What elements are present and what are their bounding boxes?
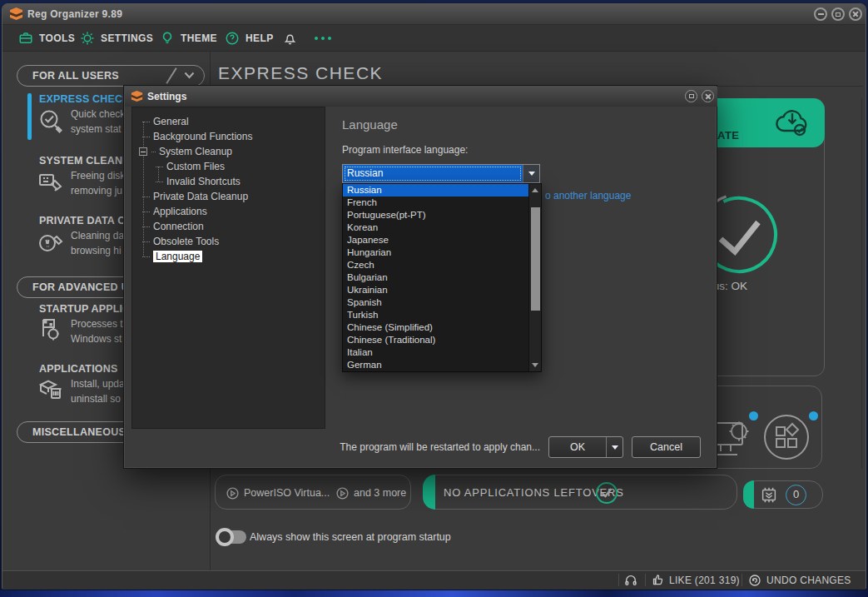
ok-dropdown-button[interactable] bbox=[606, 437, 622, 457]
cleanup-brush-icon bbox=[37, 168, 66, 197]
tree-item-applications[interactable]: Applications bbox=[132, 204, 325, 219]
active-item-indicator bbox=[27, 93, 32, 140]
startup-toggle-label: Always show this screen at program start… bbox=[250, 530, 451, 545]
window-titlebar[interactable] bbox=[2, 4, 866, 25]
tree-item-custom-files[interactable]: Custom Files bbox=[132, 159, 325, 174]
scrollbar-thumb[interactable] bbox=[531, 207, 540, 311]
notifications-button[interactable] bbox=[283, 25, 297, 52]
chevron-down-icon bbox=[612, 445, 618, 450]
language-option[interactable]: Spanish bbox=[343, 296, 541, 309]
tree-item-obsolete-tools[interactable]: Obsolete Tools bbox=[132, 234, 325, 249]
undo-changes-button[interactable]: UNDO CHANGES bbox=[748, 570, 851, 590]
modules-grid-icon[interactable] bbox=[762, 413, 811, 461]
chip-icon bbox=[758, 485, 780, 505]
private-data-icon bbox=[37, 228, 66, 256]
bell-icon bbox=[283, 32, 297, 46]
scroll-down-icon[interactable] bbox=[532, 363, 538, 367]
menu-settings[interactable]: SETTINGS bbox=[80, 25, 153, 52]
thumbs-up-icon bbox=[652, 574, 664, 586]
dialog-titlebar[interactable]: Settings bbox=[125, 87, 717, 107]
language-option[interactable]: Portuguese(pt-PT) bbox=[343, 209, 541, 221]
gear-play-icon bbox=[226, 486, 240, 500]
more-menu-button[interactable] bbox=[315, 25, 331, 52]
tree-item-general[interactable]: General bbox=[132, 114, 325, 129]
like-button[interactable]: LIKE (201 319) bbox=[652, 570, 740, 590]
language-combobox[interactable]: Russian bbox=[342, 164, 540, 183]
close-icon bbox=[705, 93, 712, 100]
app-logo-icon bbox=[131, 90, 143, 102]
panel-edge bbox=[861, 98, 862, 469]
language-dropdown-list: Russian French Portuguese(pt-PT) Korean … bbox=[342, 183, 542, 372]
headphones-icon bbox=[624, 574, 637, 587]
bulb-icon bbox=[160, 31, 175, 46]
tree-item-invalid-shortcuts[interactable]: Invalid Shortcuts bbox=[132, 174, 325, 189]
chevron-down-icon bbox=[528, 172, 535, 176]
collapse-icon[interactable] bbox=[139, 147, 147, 156]
gear-icon bbox=[80, 31, 95, 46]
leftover-chip-pill[interactable]: 0 bbox=[743, 480, 823, 509]
cloud-download-icon bbox=[772, 103, 816, 145]
language-option[interactable]: Chinese (Traditional) bbox=[343, 334, 541, 346]
menu-theme[interactable]: THEME bbox=[160, 25, 217, 52]
language-option[interactable]: Ukrainian bbox=[343, 284, 541, 296]
menu-tools[interactable]: TOOLS bbox=[18, 25, 75, 52]
cancel-button[interactable]: Cancel bbox=[632, 436, 701, 458]
language-option[interactable]: Bulgarian bbox=[343, 271, 541, 284]
no-leftovers-panel: NO APPLICATIONS LEFTOVERS bbox=[423, 475, 737, 510]
dropdown-scrollbar[interactable] bbox=[528, 184, 541, 371]
minimize-icon bbox=[818, 13, 824, 15]
maximize-icon bbox=[836, 12, 841, 17]
tree-item-system-cleanup[interactable]: System Cleanup bbox=[132, 144, 325, 159]
language-option[interactable]: Korean bbox=[343, 221, 541, 234]
check-circle-icon bbox=[595, 481, 618, 505]
close-button[interactable] bbox=[849, 7, 862, 21]
tree-item-background-functions[interactable]: Background Functions bbox=[132, 129, 325, 144]
notification-dot bbox=[749, 411, 758, 420]
combobox-dropdown-button[interactable] bbox=[523, 165, 539, 182]
pane-heading: Language bbox=[342, 117, 398, 132]
app-logo-icon bbox=[9, 7, 23, 21]
language-option[interactable]: German bbox=[343, 359, 541, 371]
ellipsis-icon bbox=[315, 25, 331, 52]
briefcase-icon bbox=[18, 31, 33, 46]
language-option[interactable]: Italian bbox=[343, 346, 541, 359]
maximize-icon bbox=[689, 94, 694, 98]
dialog-maximize-button[interactable] bbox=[685, 90, 697, 102]
startup-toggle[interactable] bbox=[218, 530, 246, 544]
restart-note: The program will be restarted to apply c… bbox=[249, 436, 540, 458]
green-accent bbox=[743, 480, 754, 509]
translate-link[interactable]: o another language bbox=[545, 190, 631, 201]
uninstalled-apps-panel[interactable]: PowerISO Virtua... and 3 more bbox=[215, 475, 411, 510]
tree-item-private-data-cleanup[interactable]: Private Data Cleanup bbox=[132, 189, 325, 204]
language-option[interactable]: Turkish bbox=[343, 309, 541, 321]
notification-dot bbox=[809, 411, 818, 420]
desktop: Reg Organizer 9.89 TOOLS SETTINGS THEME … bbox=[0, 0, 868, 597]
language-option[interactable]: French bbox=[343, 197, 541, 209]
language-option[interactable]: Hungarian bbox=[343, 246, 541, 259]
settings-dialog: Settings General Background Functions Sy… bbox=[123, 85, 717, 469]
scroll-up-icon[interactable] bbox=[532, 188, 538, 192]
gear-play-icon bbox=[335, 486, 350, 500]
startup-flag-icon bbox=[37, 316, 66, 346]
green-accent bbox=[423, 475, 435, 510]
minimize-button[interactable] bbox=[814, 7, 827, 21]
page-title: EXPRESS CHECK bbox=[218, 63, 383, 83]
undo-icon bbox=[748, 574, 761, 587]
language-option[interactable]: Russian bbox=[343, 184, 541, 197]
chevron-down-icon[interactable] bbox=[184, 72, 195, 79]
maximize-button[interactable] bbox=[831, 7, 845, 21]
tree-item-language[interactable]: Language bbox=[132, 249, 325, 264]
combo-label: Program interface language: bbox=[342, 144, 468, 156]
close-icon bbox=[852, 11, 859, 17]
dialog-close-button[interactable] bbox=[702, 90, 714, 102]
desktop-strip bbox=[0, 590, 868, 597]
tree-item-connection[interactable]: Connection bbox=[132, 219, 325, 234]
ok-button[interactable]: OK bbox=[548, 436, 623, 458]
language-option[interactable]: Chinese (Simplified) bbox=[343, 321, 541, 334]
language-option[interactable]: Czech bbox=[343, 259, 541, 271]
search-check-icon bbox=[37, 108, 66, 138]
menu-help[interactable]: HELP bbox=[225, 25, 274, 52]
combobox-value: Russian bbox=[343, 165, 523, 182]
support-button[interactable] bbox=[624, 570, 637, 590]
language-option[interactable]: Japanese bbox=[343, 234, 541, 246]
